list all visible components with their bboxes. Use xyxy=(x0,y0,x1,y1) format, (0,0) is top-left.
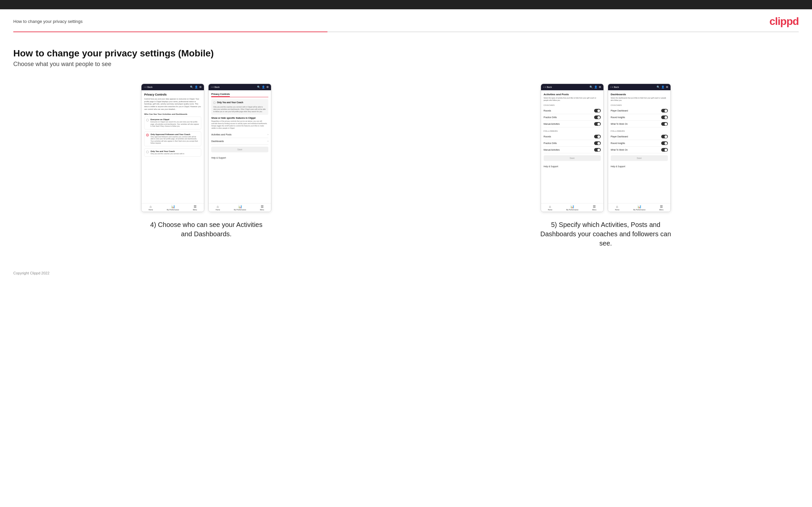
home-icon-2: ⌂ xyxy=(217,205,219,208)
followers-label-3: FOLLOWERS xyxy=(544,130,601,132)
page-subtitle: Choose what you want people to see xyxy=(13,61,799,68)
toggle-round-insights-coaches: Round Insights xyxy=(611,114,668,121)
toggle-player-dashboard-coaches-switch[interactable] xyxy=(661,109,668,112)
callout-box: Only You and Your Coach Only you and the… xyxy=(211,99,268,115)
nav-performance-4[interactable]: 📊 My Performance xyxy=(633,205,646,211)
nav-menu-3[interactable]: ☰ Menu xyxy=(592,205,597,211)
settings-icon-4[interactable]: ⚙ xyxy=(666,86,668,89)
toggle-manual-followers-switch[interactable] xyxy=(594,148,601,152)
nav-performance-3[interactable]: 📊 My Performance xyxy=(566,205,578,211)
radio-circle-approved xyxy=(146,134,149,136)
phone-1-header: ‹ < Back 🔍 👤 ⚙ xyxy=(142,84,204,90)
toggle-round-insights-followers: Round Insights xyxy=(611,140,668,147)
header-icons-2: 🔍 👤 ⚙ xyxy=(257,86,269,89)
main-content: How to change your privacy settings (Mob… xyxy=(0,32,812,261)
callout-radio-circle xyxy=(213,102,215,104)
toggle-round-insights-coaches-switch[interactable] xyxy=(661,115,668,119)
toggle-manual-followers: Manual Activities xyxy=(544,147,601,153)
top-bar xyxy=(0,0,812,9)
save-button-2[interactable]: Save xyxy=(211,147,268,152)
settings-icon-2[interactable]: ⚙ xyxy=(266,86,269,89)
toggle-round-insights-followers-switch[interactable] xyxy=(661,142,668,145)
nav-home-1[interactable]: ⌂ Home xyxy=(148,205,153,211)
chevron-left-icon: ‹ xyxy=(144,86,145,88)
followers-label-4: FOLLOWERS xyxy=(611,130,668,132)
toggle-drills-coaches-switch[interactable] xyxy=(594,115,601,119)
toggle-what-to-work-followers: What To Work On xyxy=(611,147,668,153)
help-support-3: Help & Support xyxy=(544,164,601,169)
back-button-3[interactable]: ‹ < Back xyxy=(543,86,552,88)
menu-item-dashboards[interactable]: Dashboards › xyxy=(211,138,268,145)
copyright: Copyright Clippd 2022 xyxy=(13,271,49,275)
nav-performance-1[interactable]: 📊 My Performance xyxy=(167,205,179,211)
toggle-drills-followers: Practice Drills xyxy=(544,140,601,147)
phone-1: ‹ < Back 🔍 👤 ⚙ Privacy Controls Control … xyxy=(141,83,204,212)
toggle-manual-coaches-switch[interactable] xyxy=(594,122,601,126)
phone-2-body: Privacy Controls Only You and Your Coach… xyxy=(209,90,271,203)
chart-icon-4: 📊 xyxy=(637,205,641,208)
mockup-pair-1: ‹ < Back 🔍 👤 ⚙ Privacy Controls Control … xyxy=(141,83,271,212)
toggle-what-to-work-followers-switch[interactable] xyxy=(661,148,668,152)
toggle-player-dashboard-coaches: Player Dashboard xyxy=(611,108,668,114)
toggle-what-to-work-coaches-switch[interactable] xyxy=(661,122,668,126)
settings-icon-3[interactable]: ⚙ xyxy=(599,86,601,89)
mockup-row: ‹ < Back 🔍 👤 ⚙ Privacy Controls Control … xyxy=(13,83,799,248)
radio-content-2: Only Approved Followers and Your Coach O… xyxy=(150,133,199,144)
nav-menu-2[interactable]: ☰ Menu xyxy=(260,205,264,211)
phone-4-header: ‹ < Back 🔍 👤 ⚙ xyxy=(608,84,670,90)
radio-approved[interactable]: Only Approved Followers and Your Coach O… xyxy=(144,131,201,146)
phone-3-nav: ⌂ Home 📊 My Performance ☰ Menu xyxy=(541,203,603,212)
settings-icon[interactable]: ⚙ xyxy=(199,86,202,89)
toggle-what-to-work-coaches: What To Work On xyxy=(611,121,668,127)
dashboards-desc: Select the dashboards that you'd like to… xyxy=(611,97,668,102)
save-button-3[interactable]: Save xyxy=(544,155,601,161)
search-icon[interactable]: 🔍 xyxy=(190,86,193,89)
nav-menu-1[interactable]: ☰ Menu xyxy=(193,205,197,211)
search-icon-3[interactable]: 🔍 xyxy=(590,86,593,89)
logo: clippd xyxy=(769,15,799,27)
caption-1: 4) Choose who can see your Activities an… xyxy=(150,220,263,238)
tab-privacy-controls[interactable]: Privacy Controls xyxy=(211,93,230,97)
phone-3-header: ‹ < Back 🔍 👤 ⚙ xyxy=(541,84,603,90)
chevron-right-icon-2: › xyxy=(268,140,269,143)
nav-menu-4[interactable]: ☰ Menu xyxy=(659,205,664,211)
toggle-drills-followers-switch[interactable] xyxy=(594,142,601,145)
toggle-player-dashboard-followers: Player Dashboard xyxy=(611,133,668,140)
privacy-controls-title: Privacy Controls xyxy=(144,93,201,96)
radio-only-you[interactable]: Only You and Your Coach Only you and the… xyxy=(144,148,201,157)
toggle-rounds-followers-switch[interactable] xyxy=(594,135,601,138)
menu-icon-2: ☰ xyxy=(261,205,264,208)
radio-content-3: Only You and Your Coach Only you and the… xyxy=(150,150,184,155)
mockup-pair-2: ‹ < Back 🔍 👤 ⚙ Activities and Posts Sele… xyxy=(541,83,671,212)
header-icons-3: 🔍 👤 ⚙ xyxy=(590,86,601,89)
person-icon-2[interactable]: 👤 xyxy=(262,86,265,89)
phone-3: ‹ < Back 🔍 👤 ⚙ Activities and Posts Sele… xyxy=(541,83,604,212)
search-icon-2[interactable]: 🔍 xyxy=(257,86,260,89)
back-button-2[interactable]: ‹ < Back xyxy=(211,86,219,88)
coaches-label-3: COACHES xyxy=(544,104,601,106)
toggle-manual-coaches: Manual Activities xyxy=(544,121,601,127)
chevron-left-icon-2: ‹ xyxy=(211,86,211,88)
person-icon-4[interactable]: 👤 xyxy=(661,86,665,89)
home-icon-1: ⌂ xyxy=(150,205,152,208)
nav-home-3[interactable]: ⌂ Home xyxy=(548,205,552,211)
toggle-player-dashboard-followers-switch[interactable] xyxy=(661,135,668,138)
chevron-left-icon-3: ‹ xyxy=(543,86,544,88)
radio-everyone[interactable]: Everyone on Clippd Everyone on Clippd ca… xyxy=(144,116,201,129)
save-button-4[interactable]: Save xyxy=(611,155,668,161)
person-icon-3[interactable]: 👤 xyxy=(594,86,598,89)
person-icon[interactable]: 👤 xyxy=(195,86,198,89)
menu-item-activities[interactable]: Activities and Posts › xyxy=(211,131,268,138)
search-icon-4[interactable]: 🔍 xyxy=(657,86,660,89)
phone-1-body: Privacy Controls Control how you and you… xyxy=(142,90,204,203)
back-button-1[interactable]: ‹ < Back xyxy=(144,86,152,88)
nav-home-4[interactable]: ⌂ Home xyxy=(615,205,619,211)
back-button-4[interactable]: ‹ < Back xyxy=(610,86,619,88)
breadcrumb: How to change your privacy settings xyxy=(13,19,83,24)
nav-performance-2[interactable]: 📊 My Performance xyxy=(234,205,246,211)
nav-home-2[interactable]: ⌂ Home xyxy=(215,205,220,211)
toggle-rounds-coaches-switch[interactable] xyxy=(594,109,601,112)
callout-radio: Only You and Your Coach xyxy=(213,101,266,105)
footer: Copyright Clippd 2022 xyxy=(0,261,812,285)
activities-desc: Select the types of activity that you'd … xyxy=(544,97,601,102)
